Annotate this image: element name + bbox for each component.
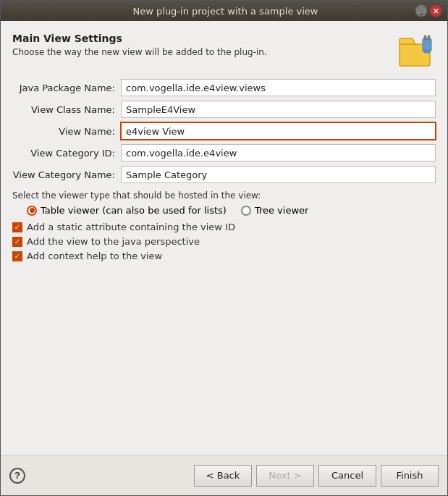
help-button[interactable]: ? (9, 468, 25, 484)
radio-tree-label: Tree viewer (255, 205, 309, 216)
dialog-content: Main View Settings Choose the way the ne… (1, 21, 447, 455)
form-input-3[interactable] (121, 144, 436, 161)
main-title: Main View Settings (12, 33, 267, 44)
form-label-2: View Name: (12, 126, 121, 137)
form-area: Java Package Name:View Class Name:View N… (12, 79, 436, 455)
checkbox-box-2: ✓ (12, 251, 22, 261)
dialog-window: New plug-in project with a sample view _… (0, 0, 448, 496)
finish-button[interactable]: Finish (381, 465, 439, 487)
form-label-3: View Category ID: (12, 148, 121, 159)
form-rows: Java Package Name:View Class Name:View N… (12, 79, 436, 183)
radio-table-label: Table viewer (can also be used for lists… (41, 205, 227, 216)
dialog-title: New plug-in project with a sample view (35, 6, 415, 17)
checkbox-box-1: ✓ (12, 237, 22, 247)
next-button[interactable]: Next > (256, 465, 314, 487)
checkbox-label-1: Add the view to the java perspective (27, 236, 200, 247)
form-row-2: View Name: (12, 122, 436, 140)
checkbox-rows: ✓Add a static attribute containing the v… (12, 222, 436, 261)
form-input-1[interactable] (121, 101, 436, 118)
dialog-footer: ? < Back Next > Cancel Finish (1, 455, 447, 495)
checkbox-row-2[interactable]: ✓Add context help to the view (12, 251, 436, 261)
form-input-4[interactable] (121, 166, 436, 183)
radio-tree-circle (241, 206, 251, 216)
plugin-icon (398, 33, 436, 70)
checkbox-row-1[interactable]: ✓Add the view to the java perspective (12, 236, 436, 247)
cancel-button[interactable]: Cancel (318, 465, 376, 487)
svg-rect-2 (424, 35, 426, 40)
checkbox-label-2: Add context help to the view (27, 251, 162, 261)
form-row-0: Java Package Name: (12, 79, 436, 96)
form-row-4: View Category Name: (12, 166, 436, 183)
viewer-section-label: Select the viewer type that should be ho… (12, 190, 436, 201)
svg-rect-1 (423, 38, 431, 51)
form-label-0: Java Package Name: (12, 83, 121, 93)
form-input-0[interactable] (121, 79, 436, 96)
radio-table-dot (30, 208, 35, 213)
radio-table-circle (27, 206, 37, 216)
title-bar-controls: _ ✕ (415, 5, 441, 17)
header-text: Main View Settings Choose the way the ne… (12, 33, 267, 57)
form-label-4: View Category Name: (12, 169, 121, 180)
viewer-section: Select the viewer type that should be ho… (12, 190, 436, 261)
checkbox-box-0: ✓ (12, 222, 22, 232)
radio-tree-viewer[interactable]: Tree viewer (241, 205, 309, 216)
form-row-3: View Category ID: (12, 144, 436, 161)
checkmark-1: ✓ (14, 238, 20, 245)
svg-rect-3 (428, 35, 430, 40)
close-button[interactable]: ✕ (430, 5, 441, 17)
title-bar: New plug-in project with a sample view _… (1, 1, 447, 21)
form-row-1: View Class Name: (12, 101, 436, 118)
form-input-2[interactable] (121, 122, 436, 140)
subtitle: Choose the way the new view will be adde… (12, 47, 267, 57)
svg-rect-4 (424, 50, 430, 53)
checkbox-row-0[interactable]: ✓Add a static attribute containing the v… (12, 222, 436, 232)
minimize-button[interactable]: _ (415, 5, 427, 17)
radio-table-viewer[interactable]: Table viewer (can also be used for lists… (27, 205, 227, 216)
footer-right: < Back Next > Cancel Finish (194, 465, 439, 487)
footer-left: ? (9, 468, 25, 484)
viewer-options: Table viewer (can also be used for lists… (27, 205, 436, 216)
back-button[interactable]: < Back (194, 465, 252, 487)
header-area: Main View Settings Choose the way the ne… (12, 33, 436, 70)
form-label-1: View Class Name: (12, 104, 121, 115)
checkbox-label-0: Add a static attribute containing the vi… (27, 222, 235, 232)
checkmark-2: ✓ (14, 253, 20, 260)
checkmark-0: ✓ (14, 224, 20, 231)
